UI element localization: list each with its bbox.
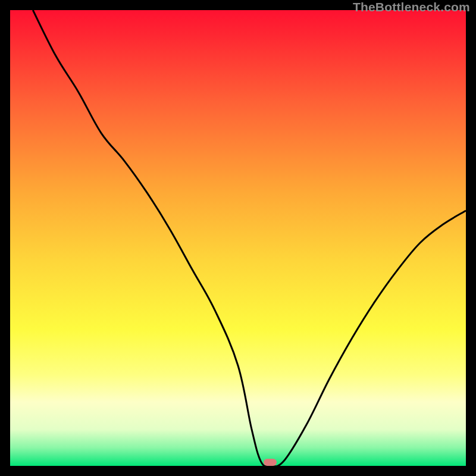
- optimum-marker: [264, 459, 277, 466]
- bottleneck-curve: [10, 10, 466, 466]
- watermark-text: TheBottleneck.com: [353, 0, 470, 14]
- chart-frame: [10, 10, 466, 466]
- curve-path: [33, 10, 466, 466]
